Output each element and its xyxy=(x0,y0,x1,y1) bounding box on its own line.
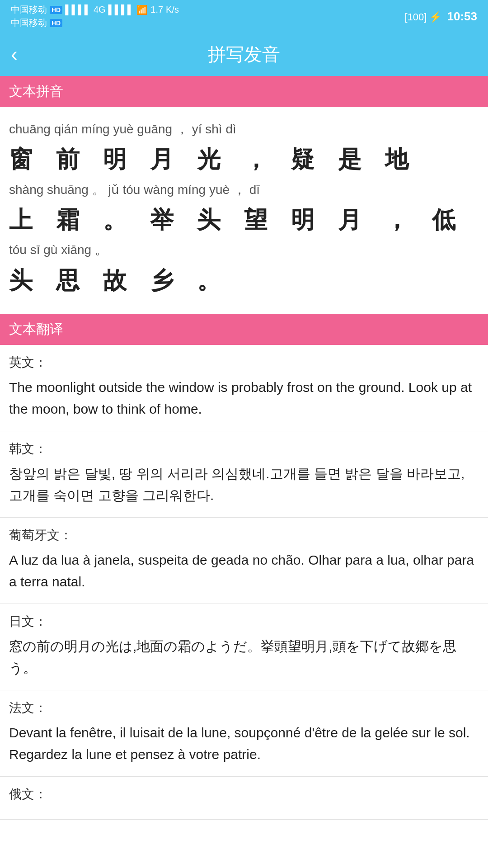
carrier2-label: 中国移动 xyxy=(11,17,47,29)
carrier-info: 中国移动 HD ▌▌▌▌ 4G ▌▌▌▌ 📶 1.7 K/s 中国移动 HD xyxy=(11,4,179,29)
translation-entry: 俄文： xyxy=(0,777,488,820)
lang-label: 法文： xyxy=(9,699,479,717)
pinyin-line1: chuāng qián míng yuè guāng ， yí shì dì xyxy=(9,118,479,141)
pinyin-line3: tóu sī gù xiāng 。 xyxy=(9,239,479,261)
chinese-line3: 头 思 故 乡 。 xyxy=(9,262,479,299)
hd-badge-1: HD xyxy=(50,6,62,14)
chinese-line1: 窗 前 明 月 光 ， 疑 是 地 xyxy=(9,141,479,178)
hd-badge-2: HD xyxy=(50,19,62,27)
lang-label: 英文： xyxy=(9,354,479,371)
pinyin-section-header: 文本拼音 xyxy=(0,76,488,107)
pinyin-content: chuāng qián míng yuè guāng ， yí shì dì 窗… xyxy=(0,107,488,314)
translation-section: 英文：The moonlight outside the window is p… xyxy=(0,345,488,820)
chinese-line2: 上 霜 。 举 头 望 明 月 ， 低 xyxy=(9,201,479,239)
carrier1-label: 中国移动 xyxy=(11,4,47,16)
lang-text: Devant la fenêtre, il luisait de la lune… xyxy=(9,722,479,765)
lang-label: 葡萄牙文： xyxy=(9,527,479,544)
signal-4g-1: ▌▌▌▌ xyxy=(65,5,91,15)
lang-label: 日文： xyxy=(9,613,479,630)
status-right: [100] ⚡ 10:53 xyxy=(404,9,477,24)
nav-bar: ‹ 拼写发音 xyxy=(0,33,488,76)
signal-bars-2: ▌▌▌▌ xyxy=(108,5,134,15)
translation-entry: 日文：窓の前の明月の光は,地面の霜のようだ。挙頭望明月,頭を下げて故郷を思う。 xyxy=(0,604,488,690)
speed-value: 1.7 xyxy=(150,5,163,15)
lang-label: 俄文： xyxy=(9,786,479,803)
pinyin-line2: shàng shuāng 。 jǔ tóu wàng míng yuè ， dī xyxy=(9,179,479,201)
translation-entry: 英文：The moonlight outside the window is p… xyxy=(0,345,488,431)
lang-text: A luz da lua à janela, suspeita de geada… xyxy=(9,549,479,593)
page-title: 拼写发音 xyxy=(208,42,280,67)
lang-text: The moonlight outside the window is prob… xyxy=(9,377,479,420)
translation-section-header: 文本翻译 xyxy=(0,314,488,345)
lang-text: 창앞의 밝은 달빛, 땅 위의 서리라 의심했네.고개를 들면 밝은 달을 바라… xyxy=(9,463,479,506)
signal-4g-2: 4G xyxy=(94,5,106,15)
lang-label: 韩文： xyxy=(9,440,479,458)
translation-entry: 葡萄牙文：A luz da lua à janela, suspeita de … xyxy=(0,518,488,604)
speed-unit: K/s xyxy=(166,5,179,15)
lang-text: 窓の前の明月の光は,地面の霜のようだ。挙頭望明月,頭を下げて故郷を思う。 xyxy=(9,636,479,679)
translation-entry: 法文：Devant la fenêtre, il luisait de la l… xyxy=(0,690,488,777)
translation-entry: 韩文：창앞의 밝은 달빛, 땅 위의 서리라 의심했네.고개를 들면 밝은 달을… xyxy=(0,431,488,518)
battery-icon: [100] ⚡ xyxy=(404,9,441,24)
wifi-icon: 📶 xyxy=(136,5,148,15)
status-bar: 中国移动 HD ▌▌▌▌ 4G ▌▌▌▌ 📶 1.7 K/s 中国移动 HD [… xyxy=(0,0,488,33)
back-button[interactable]: ‹ xyxy=(11,43,18,66)
clock: 10:53 xyxy=(447,9,478,24)
